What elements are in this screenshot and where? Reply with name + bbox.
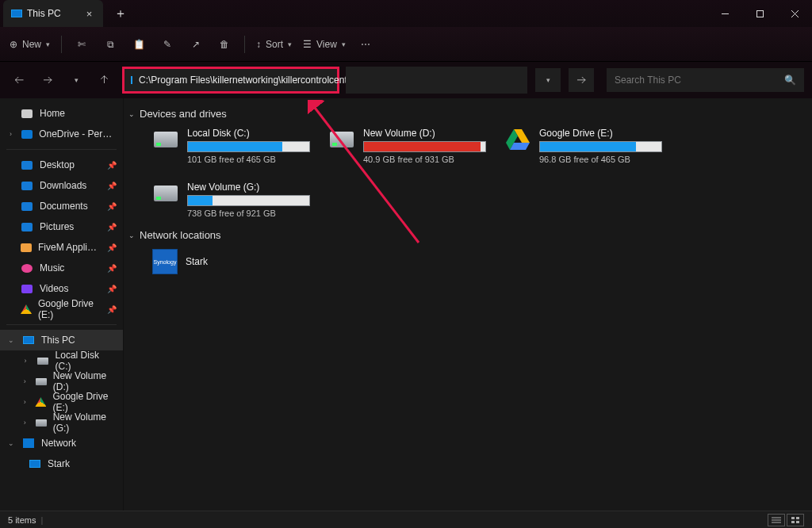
chevron-down-icon: ▾ (288, 40, 292, 48)
maximize-button[interactable] (742, 0, 777, 27)
drive-free-text: 738 GB free of 921 GB (187, 209, 311, 218)
address-bar[interactable]: C:\Program Files\killernetworking\killer… (122, 67, 339, 94)
rename-icon: ✎ (163, 39, 171, 50)
address-bar-trail[interactable] (346, 67, 527, 94)
chevron-down-icon[interactable]: ⌄ (6, 439, 16, 447)
copy-icon: ⧉ (107, 39, 114, 50)
sidebar-item-new-volume-g[interactable]: ›New Volume (G:) (0, 412, 123, 433)
sidebar-item-new-volume-d[interactable]: ›New Volume (D:) (0, 371, 123, 392)
sidebar-item-gdrive-quick[interactable]: Google Drive (E:)📌 (0, 299, 123, 319)
content-pane: ⌄ Devices and drives Local Disk (C:) 101… (124, 98, 812, 511)
new-button[interactable]: ⊕ New ▾ (5, 33, 55, 56)
view-icon: ☰ (303, 39, 312, 50)
pin-icon: 📌 (107, 264, 117, 273)
delete-icon: 🗑 (220, 39, 229, 50)
address-dropdown-button[interactable]: ▾ (535, 68, 561, 92)
sidebar-item-fivem[interactable]: FiveM Application📌 (0, 237, 123, 258)
drive-free-text: 96.8 GB free of 465 GB (539, 155, 663, 164)
sidebar-item-music[interactable]: Music📌 (0, 258, 123, 278)
cloud-icon (21, 128, 33, 140)
address-go-button[interactable]: 🡢 (569, 68, 594, 92)
section-network-header[interactable]: ⌄ Network locations (128, 226, 812, 244)
sort-icon: ↕ (256, 39, 261, 50)
cut-button[interactable]: ✄ (68, 33, 95, 56)
minimize-button[interactable] (707, 0, 742, 27)
sidebar-label: Desktop (40, 159, 75, 170)
up-button[interactable]: 🡡 (94, 69, 116, 91)
sidebar-label: Documents (40, 201, 88, 212)
recent-button[interactable]: ▾ (65, 69, 87, 91)
delete-button[interactable]: 🗑 (211, 33, 238, 56)
details-view-button[interactable] (768, 514, 785, 526)
sidebar-item-local-disk-c[interactable]: ›Local Disk (C:) (0, 350, 123, 371)
sidebar-item-this-pc[interactable]: ⌄ This PC (0, 330, 123, 350)
more-button[interactable]: ⋯ (352, 33, 379, 56)
sidebar-label: Google Drive (E:) (38, 298, 101, 320)
sidebar-item-videos[interactable]: Videos📌 (0, 278, 123, 299)
window-tab[interactable]: This PC × (3, 0, 103, 27)
drive-free-text: 40.9 GB free of 931 GB (363, 155, 487, 164)
documents-icon (21, 201, 33, 212)
sidebar-item-home[interactable]: Home (0, 103, 123, 124)
sidebar-separator (6, 324, 117, 325)
tiles-view-button[interactable] (787, 514, 804, 526)
sidebar-item-onedrive[interactable]: › OneDrive - Personal (0, 124, 123, 144)
forward-button[interactable]: 🡢 (36, 69, 59, 91)
sidebar-item-documents[interactable]: Documents📌 (0, 196, 123, 216)
section-devices-header[interactable]: ⌄ Devices and drives (128, 105, 812, 123)
chevron-right-icon[interactable]: › (21, 398, 29, 406)
sort-button[interactable]: ↕ Sort ▾ (251, 33, 297, 56)
svg-rect-1 (756, 10, 763, 17)
chevron-right-icon[interactable]: › (6, 130, 15, 138)
tab-close-icon[interactable]: × (86, 8, 93, 20)
drive-item-e[interactable]: Google Drive (E:) 96.8 GB free of 465 GB (504, 128, 663, 164)
sidebar-item-network-stark[interactable]: Stark (0, 453, 123, 474)
drive-name: Local Disk (C:) (187, 128, 311, 139)
drive-name: Google Drive (E:) (539, 128, 663, 139)
svg-rect-11 (796, 517, 799, 519)
back-button[interactable]: 🡠 (8, 69, 30, 91)
sidebar-item-desktop[interactable]: Desktop📌 (0, 155, 123, 175)
music-icon (21, 262, 33, 274)
navigation-pane: Home › OneDrive - Personal Desktop📌 Down… (0, 98, 124, 511)
sort-label: Sort (266, 39, 283, 50)
sidebar-item-google-drive-e[interactable]: ›Google Drive (E:) (0, 392, 123, 412)
chevron-down-icon[interactable]: ⌄ (6, 336, 16, 344)
chevron-right-icon[interactable]: › (21, 377, 29, 385)
close-button[interactable] (777, 0, 812, 27)
sidebar-label: Network (41, 438, 76, 449)
ellipsis-icon: ⋯ (361, 39, 370, 50)
chevron-right-icon[interactable]: › (21, 357, 30, 365)
search-input[interactable] (615, 75, 784, 86)
sidebar-label: Pictures (40, 221, 74, 232)
view-button[interactable]: ☰ View ▾ (298, 33, 350, 56)
network-location-item[interactable]: Synology Stark (128, 244, 812, 274)
paste-button[interactable]: 📋 (125, 33, 152, 56)
this-pc-icon (131, 76, 132, 84)
disk-icon (152, 182, 179, 205)
drive-item-g[interactable]: New Volume (G:) 738 GB free of 921 GB (152, 182, 311, 218)
disk-icon (36, 355, 49, 366)
sidebar-item-downloads[interactable]: Downloads📌 (0, 175, 123, 196)
drive-item-d[interactable]: New Volume (D:) 40.9 GB free of 931 GB (328, 128, 487, 164)
search-box[interactable]: 🔍 (607, 68, 804, 92)
drive-usage-bar (363, 141, 486, 152)
address-path: C:\Program Files\killernetworking\killer… (139, 75, 355, 86)
new-label: New (22, 39, 41, 50)
chevron-right-icon[interactable]: › (21, 419, 29, 427)
new-tab-button[interactable]: ＋ (114, 6, 127, 22)
rename-button[interactable]: ✎ (154, 33, 181, 56)
pin-icon: 📌 (107, 305, 117, 314)
sidebar-label: Videos (40, 283, 68, 294)
gdrive-icon (504, 128, 531, 151)
drive-item-c[interactable]: Local Disk (C:) 101 GB free of 465 GB (152, 128, 311, 164)
sidebar-label: Stark (48, 458, 70, 469)
sidebar-item-network[interactable]: ⌄ Network (0, 433, 123, 453)
sidebar-item-pictures[interactable]: Pictures📌 (0, 216, 123, 237)
drive-usage-bar (187, 195, 310, 206)
home-icon (21, 108, 33, 119)
share-button[interactable]: ↗ (182, 33, 209, 56)
pictures-icon (21, 221, 33, 232)
downloads-icon (21, 180, 33, 191)
copy-button[interactable]: ⧉ (97, 33, 124, 56)
